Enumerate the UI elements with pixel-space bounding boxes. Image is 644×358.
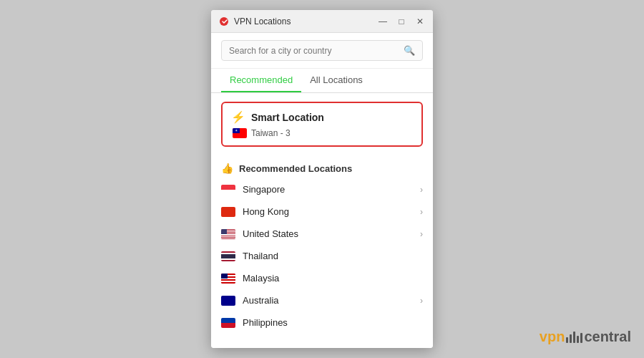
smart-location-header: ⚡ Smart Location: [231, 110, 413, 124]
location-name: Philippines: [243, 317, 423, 328]
recommended-section-label: Recommended Locations: [239, 163, 352, 174]
location-name: United States: [243, 228, 413, 239]
central-text: central: [584, 329, 631, 345]
search-bar: 🔍: [211, 33, 433, 69]
philippines-flag: [221, 318, 235, 328]
search-input[interactable]: [229, 46, 404, 56]
bar5: [580, 333, 582, 343]
vpn-locations-window: VPN Locations — □ ✕ 🔍 Recommended All Lo…: [211, 10, 433, 348]
hongkong-flag: [221, 207, 235, 217]
australia-flag: [221, 296, 235, 306]
app-icon: [218, 16, 230, 27]
chevron-right-icon: ›: [420, 185, 423, 195]
taiwan-flag: [233, 128, 247, 138]
vpn-text: vpn: [540, 329, 565, 345]
bar3: [573, 332, 575, 343]
us-flag: [221, 229, 235, 239]
malaysia-flag: [221, 274, 235, 284]
chevron-right-icon: ›: [420, 207, 423, 217]
location-name: Singapore: [243, 184, 413, 195]
vpncentral-watermark: vpn central: [540, 329, 631, 345]
search-input-wrapper[interactable]: 🔍: [221, 40, 423, 61]
thumbs-up-icon: 👍: [221, 163, 233, 174]
close-button[interactable]: ✕: [414, 16, 426, 27]
smart-location-sub: Taiwan - 3: [231, 128, 413, 138]
window-body: 🔍 Recommended All Locations ⚡ Smart Loca…: [211, 33, 433, 348]
location-name: Thailand: [243, 251, 423, 261]
smart-location-card[interactable]: ⚡ Smart Location Taiwan - 3: [221, 102, 423, 147]
window-controls: — □ ✕: [377, 16, 426, 27]
chevron-right-icon: ›: [420, 229, 423, 239]
window-title: VPN Locations: [234, 16, 377, 26]
minimize-button[interactable]: —: [377, 16, 389, 27]
chevron-right-icon: ›: [420, 296, 423, 306]
tab-recommended[interactable]: Recommended: [221, 69, 301, 92]
smart-location-title: Smart Location: [251, 112, 324, 123]
singapore-flag: [221, 185, 235, 195]
title-bar: VPN Locations — □ ✕: [211, 10, 433, 33]
list-item[interactable]: Australia ›: [211, 289, 433, 311]
svg-point-0: [220, 17, 228, 26]
list-item[interactable]: Malaysia: [211, 267, 433, 289]
list-item[interactable]: Philippines: [211, 311, 433, 334]
list-item[interactable]: Singapore ›: [211, 178, 433, 200]
list-item[interactable]: Thailand: [211, 245, 433, 267]
smart-location-subtitle: Taiwan - 3: [251, 128, 291, 138]
maximize-button[interactable]: □: [396, 16, 407, 27]
thailand-flag: [221, 251, 235, 261]
bars-icon: [566, 332, 582, 343]
location-name: Hong Kong: [243, 206, 413, 217]
bolt-icon: ⚡: [231, 110, 245, 124]
tabs: Recommended All Locations: [211, 69, 433, 93]
location-name: Australia: [243, 295, 413, 306]
tab-all-locations[interactable]: All Locations: [301, 69, 371, 92]
bar1: [566, 337, 568, 343]
recommended-section-header: 👍 Recommended Locations: [211, 155, 433, 178]
bar4: [577, 336, 579, 343]
content-area[interactable]: ⚡ Smart Location Taiwan - 3 👍 Recommende…: [211, 93, 433, 348]
location-name: Malaysia: [243, 273, 423, 284]
list-item[interactable]: United States ›: [211, 223, 433, 245]
search-icon: 🔍: [404, 45, 415, 56]
bar2: [570, 334, 572, 343]
